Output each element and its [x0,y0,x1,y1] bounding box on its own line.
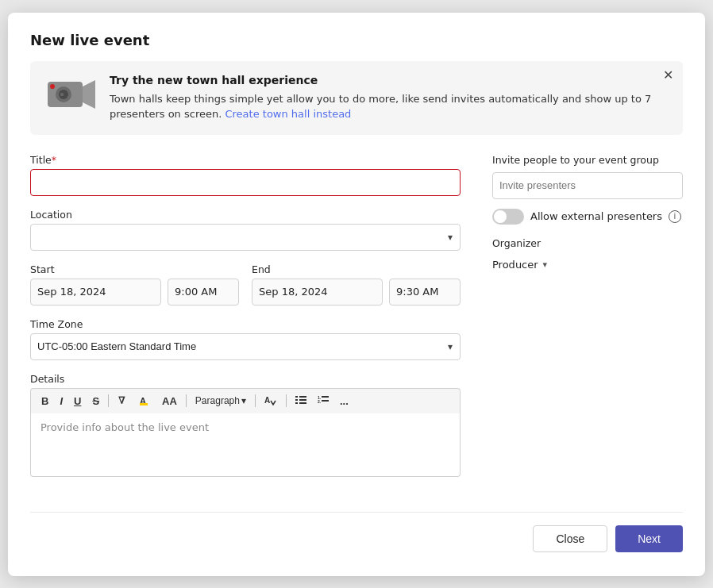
svg-rect-17 [322,396,329,398]
create-town-hall-link[interactable]: Create town hall instead [225,108,351,120]
invite-label: Invite people to your event group [492,154,683,166]
allow-external-label: Allow external presenters [530,210,662,222]
start-group: Start Sep 18, 2024 9:00 AM [30,263,239,306]
bold-button[interactable]: B [37,393,52,409]
location-select-wrapper: ▾ [30,224,461,251]
svg-rect-19 [322,400,329,402]
details-editor[interactable]: Provide info about the live event [30,413,461,477]
camera-icon [46,74,97,115]
svg-rect-13 [299,399,306,401]
font-color-button[interactable]: ∇ [114,392,133,410]
paragraph-dropdown[interactable]: Paragraph ▾ [191,393,250,409]
dialog-footer: Close Next [30,512,683,552]
svg-rect-12 [295,399,298,401]
start-label: Start [30,263,239,275]
svg-rect-11 [299,396,306,398]
toolbar-divider-2 [186,394,187,407]
allow-external-toggle[interactable] [492,209,524,225]
toolbar-divider-4 [286,394,287,407]
form-right: Invite people to your event group Allow … [492,154,683,490]
svg-marker-4 [83,80,95,109]
timezone-label: Time Zone [30,318,461,330]
svg-rect-14 [295,402,298,404]
title-field-group: Title* [30,154,461,196]
form-left: Title* Location ▾ Start [30,154,461,490]
spellcheck-icon: A [264,394,277,405]
allow-external-row: Allow external presenters i [492,209,683,225]
timezone-field-group: Time Zone UTC-05:00 Eastern Standard Tim… [30,318,461,360]
toolbar-divider-3 [255,394,256,407]
svg-text:A: A [264,396,270,405]
svg-point-3 [50,84,55,89]
location-field-group: Location ▾ [30,209,461,251]
end-group: End Sep 18, 2024 9:30 AM [252,263,461,306]
details-toolbar: B I U S ∇ A AA Paragraph ▾ [30,388,461,413]
end-label: End [252,263,461,275]
ordered-list-button[interactable]: 1. 2. [314,392,333,410]
producer-row[interactable]: Producer ▾ [492,256,683,274]
italic-button[interactable]: I [56,393,67,409]
allow-external-info-icon[interactable]: i [669,210,681,223]
list-icon [295,394,306,405]
organizer-label: Organizer [492,237,683,249]
promo-description: Town halls keep things simple yet allow … [110,91,667,122]
fontsize-button[interactable]: AA [158,393,181,409]
svg-text:∇: ∇ [118,395,125,405]
underline-button[interactable]: U [70,393,85,409]
invite-presenters-input[interactable] [492,172,683,199]
svg-text:2.: 2. [318,399,322,404]
svg-rect-5 [60,93,64,96]
ordered-list-icon: 1. 2. [318,394,329,405]
toolbar-divider-1 [108,394,109,407]
highlight-icon: A [140,394,151,405]
toggle-knob [494,210,507,223]
highlight-button[interactable]: A [136,392,155,410]
promo-banner: Try the new town hall experience Town ha… [30,61,683,135]
strikethrough-button[interactable]: S [88,393,103,409]
producer-chevron-icon: ▾ [543,259,548,270]
new-live-event-dialog: New live event Try the new town hall exp… [8,13,705,576]
form-body: Title* Location ▾ Start [30,154,683,490]
dialog-title: New live event [30,32,683,48]
title-label: Title* [30,154,461,166]
title-input[interactable] [30,169,461,196]
font-color-icon: ∇ [118,394,129,405]
end-date-input[interactable]: Sep 18, 2024 [252,279,383,306]
details-field-group: Details B I U S ∇ A AA Parag [30,373,461,477]
location-label: Location [30,209,461,221]
end-time-input[interactable]: 9:30 AM [389,279,461,306]
location-select[interactable] [30,224,461,251]
timezone-select-wrapper: UTC-05:00 Eastern Standard Time ▾ [30,333,461,360]
svg-rect-15 [299,402,306,404]
start-date-input[interactable]: Sep 18, 2024 [30,279,161,306]
producer-label: Producer [492,259,538,271]
close-button[interactable]: Close [533,525,607,552]
more-button[interactable]: ... [336,393,353,409]
spellcheck-button[interactable]: A [260,392,281,410]
svg-rect-10 [295,396,298,398]
promo-title: Try the new town hall experience [110,74,667,86]
details-label: Details [30,373,461,385]
start-end-row: Start Sep 18, 2024 9:00 AM End S [30,263,461,306]
end-date-time-row: Sep 18, 2024 9:30 AM [252,279,461,306]
paragraph-chevron-icon: ▾ [241,395,246,406]
timezone-select[interactable]: UTC-05:00 Eastern Standard Time [30,333,461,360]
promo-text: Try the new town hall experience Town ha… [110,74,667,122]
start-date-time-row: Sep 18, 2024 9:00 AM [30,279,239,306]
next-button[interactable]: Next [615,525,683,552]
list-button[interactable] [291,392,310,410]
promo-close-button[interactable]: ✕ [663,69,673,82]
svg-rect-8 [140,403,148,405]
start-time-input[interactable]: 9:00 AM [168,279,239,306]
